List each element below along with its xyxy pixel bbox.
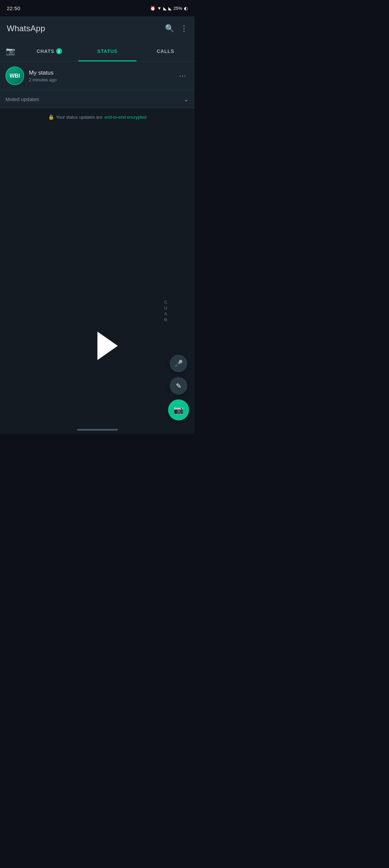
status-time: 22:50 [7,5,20,11]
chats-label: CHATS [37,48,54,54]
v-letter-b: B [164,317,168,322]
avatar-text: WBI [10,73,20,79]
tab-status[interactable]: STATUS [78,41,136,61]
pencil-fab-button[interactable]: ✎ [170,377,187,395]
chats-badge: 2 [56,48,62,54]
encryption-link[interactable]: end-to-end encrypted [105,115,147,120]
my-status-avatar: WBI [5,66,24,85]
app-container: 22:50 ⏰ ▼ ◣ ◣ 25% ◐ WhatsApp 🔍 ⋮ 📷 CHATS [0,0,194,434]
signal-icon-2: ◣ [168,6,172,11]
status-bar: 22:50 ⏰ ▼ ◣ ◣ 25% ◐ [0,0,194,16]
encryption-prefix: Your status updates are [56,115,103,120]
header-actions: 🔍 ⋮ [165,24,188,33]
muted-updates-section[interactable]: Muted updates ⌄ [0,90,194,108]
lock-icon: 🔒 [48,114,54,120]
tab-bar: 📷 CHATS 2 STATUS CALLS [0,41,194,62]
status-left: WBI My status 2 minutes ago [5,66,57,85]
status-label: STATUS [97,48,118,54]
search-icon[interactable]: 🔍 [165,24,174,33]
tab-calls[interactable]: CALLS [136,41,194,61]
alarm-icon: ⏰ [150,6,155,11]
app-title: WhatsApp [7,24,45,33]
battery-level: 25% [173,6,182,11]
mic-fab-button[interactable]: 🎤 [170,355,187,372]
status-more-icon[interactable]: ⋯ [176,69,189,83]
camera-fab-icon: 📷 [173,405,184,415]
my-status-avatar-container: WBI [5,66,24,85]
vertical-decorative-text: C U A B [164,300,168,322]
v-letter-c: C [164,300,168,305]
muted-label: Muted updates [5,96,39,102]
content-area: WBI My status 2 minutes ago ⋯ Muted upda… [0,62,194,434]
tab-chats[interactable]: CHATS 2 [20,41,78,61]
v-letter-u: U [164,305,168,311]
app-header: WhatsApp 🔍 ⋮ [0,16,194,41]
signal-icon-1: ◣ [163,6,167,11]
home-indicator [77,429,118,431]
status-info: My status 2 minutes ago [29,70,57,82]
v-letter-a: A [164,311,168,316]
battery-icon: ◐ [184,6,188,11]
pencil-icon: ✎ [176,382,182,390]
mic-icon: 🎤 [174,359,183,368]
status-name: My status [29,70,57,76]
status-time-ago: 2 minutes ago [29,77,57,82]
my-status-section[interactable]: WBI My status 2 minutes ago ⋯ [0,62,194,90]
encryption-notice: 🔒 Your status updates are end-to-end enc… [0,108,194,126]
chevron-down-icon: ⌄ [183,95,189,103]
arrow-head [97,332,118,360]
camera-icon: 📷 [6,47,15,56]
status-icons: ⏰ ▼ ◣ ◣ 25% ◐ [150,6,188,11]
fab-container: 🎤 ✎ 📷 [168,355,189,420]
camera-tab[interactable]: 📷 [0,47,20,56]
more-options-icon[interactable]: ⋮ [180,24,188,33]
wifi-icon: ▼ [157,6,162,11]
camera-fab-button[interactable]: 📷 [168,399,189,420]
calls-label: CALLS [157,48,174,54]
